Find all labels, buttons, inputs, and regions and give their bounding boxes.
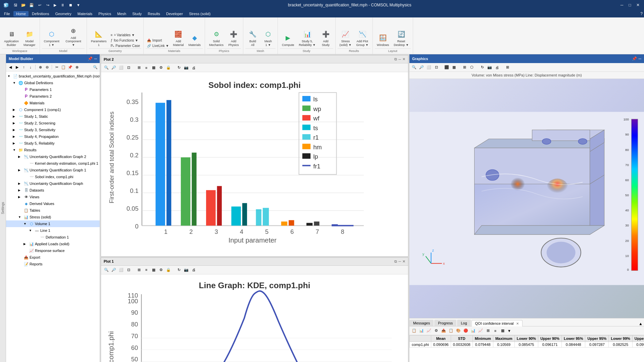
legend-btn[interactable]: ≡ (143, 65, 150, 71)
expand-study1[interactable]: ▶ (13, 115, 17, 118)
g-rotate[interactable]: ⊡ (433, 64, 440, 70)
cut-btn[interactable]: ✂ (54, 64, 60, 70)
lock-btn[interactable]: 🔒 (165, 65, 172, 71)
add-material-btn[interactable]: 🧱 AddMaterial (171, 28, 186, 48)
tree-results[interactable]: ▼ 📁 Results (6, 147, 100, 153)
nav-down-btn[interactable]: ↓ (28, 64, 34, 70)
expand-stress[interactable]: ▼ (18, 215, 23, 219)
tree-uq-graph[interactable]: ▶ 📉 Uncertainty Quantification Graph (6, 180, 100, 187)
zoom-in-btn[interactable]: 🔍 (103, 65, 110, 71)
copy-btn[interactable]: 📋 (60, 64, 66, 70)
p1-zoom-box[interactable]: ⬜ (118, 267, 125, 273)
search-tree-btn[interactable]: 🔍 (92, 64, 98, 70)
tree-sobol[interactable]: 〰 Sobol index, comp1.phi (6, 173, 100, 180)
menu-developer[interactable]: Developer (163, 11, 186, 16)
materials-btn[interactable]: ◆ Materials (187, 31, 203, 48)
collapse-all-btn[interactable]: ⊖ (44, 64, 50, 70)
p1-camera[interactable]: 📷 (183, 267, 190, 273)
component-btn[interactable]: ⬡ Component1 ▼ (42, 28, 62, 48)
application-builder-btn[interactable]: 🖥 ApplicationBuilder (2, 28, 21, 48)
qa-stop[interactable]: ⏹ (67, 2, 74, 8)
p1-grid[interactable]: ⊞ (136, 267, 142, 273)
expand-uq2[interactable]: ▶ (18, 155, 23, 158)
graphics-collapse-btn[interactable]: ─ (638, 56, 641, 61)
delete-btn[interactable]: ⊗ (74, 64, 80, 70)
msg-tb-7[interactable]: 🎨 (455, 328, 462, 334)
msg-tb-2[interactable]: 📊 (418, 328, 425, 334)
msg-tb-9[interactable]: 📊 (470, 328, 477, 334)
tab-messages[interactable]: Messages (409, 320, 434, 326)
p1-lock[interactable]: 🔒 (165, 267, 172, 273)
print-btn[interactable]: 🖨 (190, 65, 197, 71)
tree-params1[interactable]: P Parameters 1 (6, 86, 100, 93)
tree-study3[interactable]: ▶ 〰 Study 3, Sensitivity (6, 126, 100, 133)
tree-views[interactable]: ▶ 👁 Views (6, 194, 100, 200)
model-manager-btn[interactable]: 📁 ModelManager (21, 28, 38, 48)
add-physics-btn[interactable]: ➕ AddPhysics (226, 28, 241, 48)
expand-results[interactable]: ▼ (13, 148, 17, 152)
expand-global[interactable]: ▼ (13, 81, 17, 85)
tree-uq-graph1[interactable]: ▶ 📉 Uncertainty Quantification Graph 1 (6, 167, 100, 173)
g-wireframe[interactable]: ⬡ (468, 64, 475, 70)
g-ortho[interactable]: ⬛ (443, 64, 450, 70)
expand-study4[interactable]: ▶ (13, 135, 17, 138)
qa-pause[interactable]: ⏸ (59, 2, 66, 8)
zoom-fit-btn[interactable]: ⊡ (125, 65, 132, 71)
tree-study1[interactable]: ▶ 〰 Study 1, Static (6, 113, 100, 120)
stress-solid-btn[interactable]: 📈 Stress(solid) ▼ (338, 28, 354, 48)
expand-line1[interactable]: ▼ (29, 229, 34, 232)
menu-results[interactable]: Results (145, 11, 163, 16)
qa-undo[interactable]: ↩ (36, 2, 43, 8)
paste-btn[interactable]: 📌 (67, 64, 73, 70)
menu-study[interactable]: Study (130, 11, 144, 16)
graphics-pin-btn[interactable]: 📌 (632, 56, 637, 61)
add-plot-group-btn[interactable]: 📉 Add PlotGroup ▼ (354, 28, 370, 48)
maximize-btn[interactable]: □ (627, 2, 633, 8)
p1-zoom-in[interactable]: 🔍 (103, 267, 110, 273)
panel-pin-btn[interactable]: 📌 (88, 56, 93, 61)
help-btn[interactable]: ? (640, 11, 643, 16)
menu-file[interactable]: File (1, 11, 13, 16)
refresh-btn[interactable]: ↻ (176, 65, 182, 71)
tree-kde[interactable]: 〰 Kernel density estimation, comp1.phi 1 (6, 160, 100, 167)
expand-vol1[interactable]: ▼ (23, 222, 28, 225)
add-study-btn[interactable]: ➕ AddStudy (318, 28, 333, 48)
g-zoom-in[interactable]: 🔍 (411, 64, 417, 70)
msg-tb-8[interactable]: 🔴 (462, 328, 469, 334)
bottom-expand-btn[interactable]: ▲ (639, 321, 643, 326)
plot1-close-btn[interactable]: ✕ (402, 259, 405, 264)
tab-progress[interactable]: Progress (434, 320, 456, 326)
tree-derived[interactable]: ◆ Derived Values (6, 200, 100, 207)
p1-zoom-out[interactable]: 🔎 (110, 267, 117, 273)
menu-materials[interactable]: Materials (75, 11, 95, 16)
qa-save[interactable]: 💾 (28, 2, 35, 8)
tree-global-defs[interactable]: ▼ 🌐 Global Definitions (6, 80, 100, 86)
tree-reports[interactable]: 📝 Reports (6, 261, 100, 267)
expand-datasets[interactable]: ▶ (18, 189, 23, 192)
close-btn[interactable]: ✕ (635, 2, 641, 8)
msg-tb-11[interactable]: ⊞ (485, 328, 491, 334)
tree-line1[interactable]: ▼ — Line 1 (6, 227, 100, 234)
p1-legend[interactable]: ≡ (143, 267, 150, 273)
tree-study4[interactable]: ▶ 〰 Study 4, Propagation (6, 133, 100, 140)
build-all-btn[interactable]: 🔧 BuildAll (245, 28, 260, 48)
nav-up-btn[interactable]: ↑ (21, 64, 27, 70)
tab-qoi-close[interactable]: ✕ (516, 322, 519, 325)
tree-uq-graph2[interactable]: ▶ 📉 Uncertainty Quantification Graph 2 (6, 153, 100, 160)
expand-comp1[interactable]: ▶ (13, 108, 17, 111)
plot2-float-btn[interactable]: ⧉ (394, 57, 397, 61)
g-zoom-out[interactable]: 🔎 (418, 64, 425, 70)
params-btn[interactable]: 📐 Parameters1 (89, 28, 109, 48)
tree-study5[interactable]: ▶ 〰 Study 5, Reliability (6, 140, 100, 147)
grid-btn[interactable]: ⊞ (136, 65, 142, 71)
expand-uq[interactable]: ▶ (18, 182, 23, 185)
nav-fwd-btn[interactable]: ▶ (14, 64, 20, 70)
msg-tb-6[interactable]: 📋 (448, 328, 454, 334)
functions-btn[interactable]: ƒ foo Functions ▼ (109, 38, 141, 43)
g-camera2[interactable]: 📷 (486, 64, 493, 70)
msg-tb-4[interactable]: ⚙ (433, 328, 440, 334)
p1-table[interactable]: ▦ (150, 267, 157, 273)
settings-tab[interactable]: Settings (0, 54, 6, 362)
windows-btn[interactable]: 🪟 Windows (375, 31, 391, 48)
menu-definitions[interactable]: Definitions (29, 11, 52, 16)
